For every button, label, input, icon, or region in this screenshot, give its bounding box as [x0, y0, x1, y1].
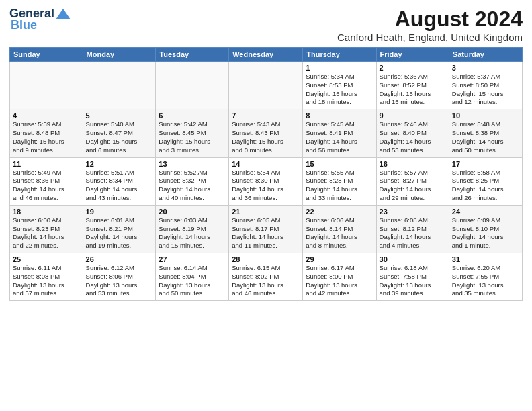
calendar-cell: 19Sunrise: 6:01 AM Sunset: 8:21 PM Dayli…	[83, 205, 156, 253]
calendar-cell: 2Sunrise: 5:36 AM Sunset: 8:52 PM Daylig…	[376, 62, 449, 109]
day-info: Sunrise: 6:05 AM Sunset: 8:17 PM Dayligh…	[232, 216, 300, 250]
day-number: 28	[232, 255, 300, 263]
calendar-cell: 14Sunrise: 5:54 AM Sunset: 8:30 PM Dayli…	[229, 157, 303, 205]
location-text: Canford Heath, England, United Kingdom	[337, 32, 523, 43]
header-saturday: Saturday	[449, 48, 522, 62]
calendar-cell: 8Sunrise: 5:45 AM Sunset: 8:41 PM Daylig…	[303, 109, 376, 157]
day-info: Sunrise: 6:01 AM Sunset: 8:21 PM Dayligh…	[86, 216, 153, 250]
day-info: Sunrise: 6:08 AM Sunset: 8:12 PM Dayligh…	[380, 216, 446, 250]
day-info: Sunrise: 5:45 AM Sunset: 8:41 PM Dayligh…	[306, 120, 373, 154]
day-number: 3	[452, 64, 519, 72]
day-info: Sunrise: 5:57 AM Sunset: 8:27 PM Dayligh…	[380, 169, 446, 203]
calendar-cell: 29Sunrise: 6:17 AM Sunset: 8:00 PM Dayli…	[303, 253, 376, 301]
day-info: Sunrise: 5:37 AM Sunset: 8:50 PM Dayligh…	[452, 73, 519, 107]
day-number: 23	[380, 208, 446, 216]
day-number: 10	[452, 111, 519, 120]
day-number: 16	[380, 160, 446, 168]
header-monday: Monday	[83, 48, 156, 62]
calendar-cell	[156, 62, 229, 109]
day-info: Sunrise: 6:12 AM Sunset: 8:06 PM Dayligh…	[86, 264, 153, 298]
day-number: 26	[86, 255, 153, 263]
calendar-cell: 9Sunrise: 5:46 AM Sunset: 8:40 PM Daylig…	[376, 109, 449, 157]
day-info: Sunrise: 5:40 AM Sunset: 8:47 PM Dayligh…	[86, 120, 153, 154]
header-friday: Friday	[376, 48, 449, 62]
calendar-cell: 3Sunrise: 5:37 AM Sunset: 8:50 PM Daylig…	[449, 62, 522, 109]
calendar-cell: 4Sunrise: 5:39 AM Sunset: 8:48 PM Daylig…	[10, 109, 83, 157]
day-number: 18	[13, 208, 80, 216]
page-header: General Blue August 2024 Canford Heath, …	[9, 7, 523, 43]
day-info: Sunrise: 5:46 AM Sunset: 8:40 PM Dayligh…	[380, 120, 446, 154]
calendar-cell: 30Sunrise: 6:18 AM Sunset: 7:58 PM Dayli…	[376, 253, 449, 301]
calendar-cell: 6Sunrise: 5:42 AM Sunset: 8:45 PM Daylig…	[156, 109, 229, 157]
calendar-cell: 27Sunrise: 6:14 AM Sunset: 8:04 PM Dayli…	[156, 253, 229, 301]
day-info: Sunrise: 6:03 AM Sunset: 8:19 PM Dayligh…	[159, 216, 226, 250]
day-info: Sunrise: 5:36 AM Sunset: 8:52 PM Dayligh…	[380, 73, 446, 107]
day-number: 7	[232, 111, 300, 120]
day-number: 2	[380, 64, 446, 72]
day-number: 24	[452, 208, 519, 216]
day-info: Sunrise: 6:17 AM Sunset: 8:00 PM Dayligh…	[306, 264, 373, 298]
day-number: 21	[232, 208, 300, 216]
calendar-cell: 17Sunrise: 5:58 AM Sunset: 8:25 PM Dayli…	[449, 157, 522, 205]
calendar-cell: 24Sunrise: 6:09 AM Sunset: 8:10 PM Dayli…	[449, 205, 522, 253]
day-number: 25	[13, 255, 80, 263]
day-number: 17	[452, 160, 519, 168]
day-info: Sunrise: 5:34 AM Sunset: 8:53 PM Dayligh…	[306, 73, 373, 107]
day-info: Sunrise: 6:00 AM Sunset: 8:23 PM Dayligh…	[13, 216, 80, 250]
calendar-cell: 20Sunrise: 6:03 AM Sunset: 8:19 PM Dayli…	[156, 205, 229, 253]
day-info: Sunrise: 5:39 AM Sunset: 8:48 PM Dayligh…	[13, 120, 80, 154]
calendar-cell	[83, 62, 156, 109]
calendar-cell: 15Sunrise: 5:55 AM Sunset: 8:28 PM Dayli…	[303, 157, 376, 205]
calendar-cell: 7Sunrise: 5:43 AM Sunset: 8:43 PM Daylig…	[229, 109, 303, 157]
week-row-3: 11Sunrise: 5:49 AM Sunset: 8:36 PM Dayli…	[10, 157, 523, 205]
header-wednesday: Wednesday	[229, 48, 303, 62]
day-info: Sunrise: 5:55 AM Sunset: 8:28 PM Dayligh…	[306, 169, 373, 203]
header-row: Sunday Monday Tuesday Wednesday Thursday…	[10, 48, 523, 62]
day-number: 30	[380, 255, 446, 263]
calendar-cell: 18Sunrise: 6:00 AM Sunset: 8:23 PM Dayli…	[10, 205, 83, 253]
day-info: Sunrise: 5:49 AM Sunset: 8:36 PM Dayligh…	[13, 169, 80, 203]
svg-marker-0	[56, 9, 71, 19]
calendar-cell: 25Sunrise: 6:11 AM Sunset: 8:08 PM Dayli…	[10, 253, 83, 301]
logo: General Blue	[9, 7, 71, 32]
day-info: Sunrise: 6:18 AM Sunset: 7:58 PM Dayligh…	[380, 264, 446, 298]
calendar-cell	[10, 62, 83, 109]
day-number: 12	[86, 160, 153, 168]
day-info: Sunrise: 5:58 AM Sunset: 8:25 PM Dayligh…	[452, 169, 519, 203]
day-info: Sunrise: 5:54 AM Sunset: 8:30 PM Dayligh…	[232, 169, 300, 203]
calendar-cell: 23Sunrise: 6:08 AM Sunset: 8:12 PM Dayli…	[376, 205, 449, 253]
calendar-body: 1Sunrise: 5:34 AM Sunset: 8:53 PM Daylig…	[10, 62, 523, 301]
day-number: 11	[13, 160, 80, 168]
calendar-cell: 10Sunrise: 5:48 AM Sunset: 8:38 PM Dayli…	[449, 109, 522, 157]
calendar-cell: 22Sunrise: 6:06 AM Sunset: 8:14 PM Dayli…	[303, 205, 376, 253]
day-number: 1	[306, 64, 373, 72]
week-row-2: 4Sunrise: 5:39 AM Sunset: 8:48 PM Daylig…	[10, 109, 523, 157]
day-info: Sunrise: 6:09 AM Sunset: 8:10 PM Dayligh…	[452, 216, 519, 250]
logo-blue-text: Blue	[11, 18, 37, 32]
calendar-cell: 31Sunrise: 6:20 AM Sunset: 7:55 PM Dayli…	[449, 253, 522, 301]
day-number: 14	[232, 160, 300, 168]
day-info: Sunrise: 5:51 AM Sunset: 8:34 PM Dayligh…	[86, 169, 153, 203]
logo-icon	[56, 9, 71, 19]
calendar-cell: 13Sunrise: 5:52 AM Sunset: 8:32 PM Dayli…	[156, 157, 229, 205]
header-tuesday: Tuesday	[156, 48, 229, 62]
day-number: 4	[13, 111, 80, 120]
calendar-cell: 26Sunrise: 6:12 AM Sunset: 8:06 PM Dayli…	[83, 253, 156, 301]
day-info: Sunrise: 5:48 AM Sunset: 8:38 PM Dayligh…	[452, 120, 519, 154]
day-info: Sunrise: 6:11 AM Sunset: 8:08 PM Dayligh…	[13, 264, 80, 298]
day-number: 13	[159, 160, 226, 168]
day-number: 22	[306, 208, 373, 216]
day-info: Sunrise: 6:14 AM Sunset: 8:04 PM Dayligh…	[159, 264, 226, 298]
day-number: 27	[159, 255, 226, 263]
week-row-4: 18Sunrise: 6:00 AM Sunset: 8:23 PM Dayli…	[10, 205, 523, 253]
day-info: Sunrise: 6:15 AM Sunset: 8:02 PM Dayligh…	[232, 264, 300, 298]
day-info: Sunrise: 6:06 AM Sunset: 8:14 PM Dayligh…	[306, 216, 373, 250]
calendar-cell: 28Sunrise: 6:15 AM Sunset: 8:02 PM Dayli…	[229, 253, 303, 301]
month-title: August 2024	[337, 7, 523, 32]
title-block: August 2024 Canford Heath, England, Unit…	[337, 7, 523, 43]
week-row-1: 1Sunrise: 5:34 AM Sunset: 8:53 PM Daylig…	[10, 62, 523, 109]
day-number: 31	[452, 255, 519, 263]
day-number: 19	[86, 208, 153, 216]
day-number: 15	[306, 160, 373, 168]
day-number: 20	[159, 208, 226, 216]
